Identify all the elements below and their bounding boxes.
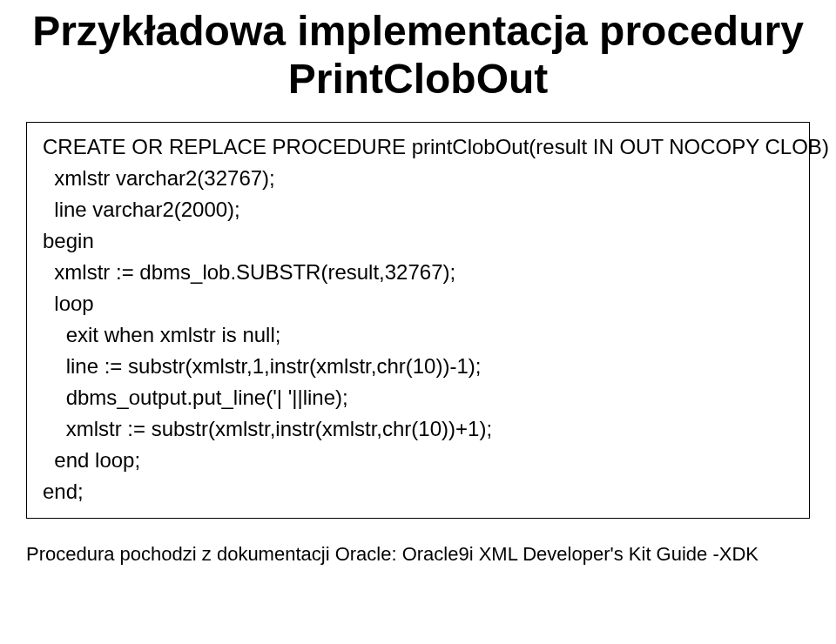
code-block: CREATE OR REPLACE PROCEDURE printClobOut… [26, 122, 810, 519]
slide-title: Przykładowa implementacja procedury Prin… [26, 7, 810, 103]
slide-page: Przykładowa implementacja procedury Prin… [0, 7, 836, 644]
footnote-text: Procedura pochodzi z dokumentacji Oracle… [26, 543, 810, 566]
